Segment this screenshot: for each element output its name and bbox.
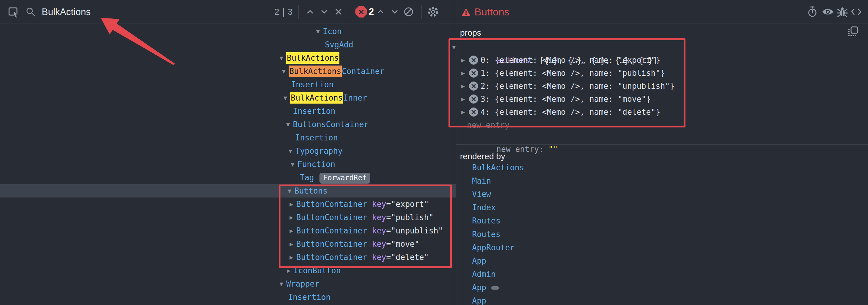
rendered-by-item-bulkactions[interactable]: BulkActions: [472, 161, 524, 174]
view-source-button[interactable]: [850, 6, 863, 19]
collapse-arrow-icon[interactable]: ▾: [452, 40, 459, 54]
search-icon: [25, 7, 36, 19]
props-new-entry[interactable]: new entry: "": [456, 129, 868, 142]
rendered-by-item-main[interactable]: Main: [472, 174, 491, 188]
collapse-arrow-icon[interactable]: ▾: [289, 144, 295, 158]
new-entry-value-field[interactable]: "": [548, 145, 558, 154]
tree-row-bulkactionsinner[interactable]: ▾BulkActionsInner: [0, 91, 456, 104]
expand-arrow-icon[interactable]: ▸: [287, 264, 293, 277]
tree-row-iconbutton[interactable]: ▸IconButton: [0, 264, 456, 277]
expand-arrow-icon[interactable]: ▸: [289, 211, 296, 224]
chevron-up-icon: [375, 7, 385, 18]
toolbar-divider: [22, 5, 22, 19]
clear-errors-button[interactable]: [402, 6, 415, 19]
tree-row-insertion[interactable]: Insertion: [0, 78, 456, 91]
props-row-actions[interactable]: ▾ actions: [{…}, {…}, {…}, {…}, {…}]: [456, 40, 868, 54]
inspected-component-title: Buttons: [474, 0, 509, 24]
props-action-item-0[interactable]: ▸×0: {element: <Memo />, name: "export"}: [456, 54, 868, 67]
tree-row-bulkactionscontainer[interactable]: ▾BulkActionsContainer: [0, 65, 456, 78]
search-match-highlight: BulkActions: [290, 92, 343, 104]
collapse-arrow-icon[interactable]: ▾: [291, 158, 298, 171]
tree-row-svgadd[interactable]: SvgAdd: [0, 38, 456, 51]
tree-row-buttonscontainer[interactable]: ▾ButtonsContainer: [0, 118, 456, 131]
collapse-arrow-icon[interactable]: ▾: [280, 277, 286, 291]
rendered-by-item-admin[interactable]: Admin: [472, 268, 496, 281]
expand-arrow-icon[interactable]: ▸: [289, 198, 296, 211]
tree-row-buttoncontainer[interactable]: ▸ButtonContainerkey="move": [0, 237, 456, 251]
next-result-button[interactable]: [318, 6, 331, 19]
log-component-button[interactable]: [836, 6, 849, 19]
delete-entry-icon[interactable]: ×: [469, 81, 478, 91]
previous-error-button[interactable]: [389, 6, 401, 19]
rendered-by-item-routes[interactable]: Routes: [472, 228, 500, 241]
collapse-arrow-icon[interactable]: ▾: [283, 91, 290, 104]
collapse-arrow-icon[interactable]: ▾: [280, 51, 286, 65]
tree-row-bulkactions[interactable]: ▾BulkActions: [0, 51, 456, 65]
component-label: Wrapper: [286, 277, 319, 291]
search-match-highlight: BulkActions: [286, 52, 339, 64]
component-label: Insertion: [295, 131, 338, 144]
settings-button[interactable]: [427, 6, 439, 19]
tree-row-buttoncontainer[interactable]: ▸ButtonContainerkey="delete": [0, 251, 456, 264]
expand-arrow-icon[interactable]: ▸: [289, 237, 296, 251]
expand-arrow-icon[interactable]: ▸: [461, 92, 468, 106]
component-name: ButtonsContainer: [293, 120, 368, 129]
delete-entry-icon[interactable]: ×: [469, 107, 478, 116]
inspect-element-button[interactable]: [7, 6, 20, 19]
props-action-item-3[interactable]: ▸×3: {element: <Memo />, name: "move"}: [456, 92, 868, 106]
tree-row-icon[interactable]: ▾Icon: [0, 25, 456, 38]
tree-row-insertion[interactable]: Insertion: [0, 291, 456, 304]
delete-entry-icon[interactable]: ×: [469, 69, 478, 78]
tree-row-tag[interactable]: TagForwardRef: [0, 171, 456, 184]
tree-row-insertion[interactable]: Insertion: [0, 131, 456, 144]
tree-row-wrapper[interactable]: ▾Wrapper: [0, 277, 456, 291]
copy-props-button[interactable]: [846, 25, 860, 39]
tree-row-buttons[interactable]: ▾Buttons: [0, 184, 456, 198]
hoc-badge: ForwardRef: [319, 173, 371, 183]
tree-row-buttoncontainer[interactable]: ▸ButtonContainerkey="publish": [0, 211, 456, 224]
tree-row-buttoncontainer[interactable]: ▸ButtonContainerkey="unpublish": [0, 224, 456, 237]
component-label: Typography: [295, 144, 343, 158]
rendered-by-item-app[interactable]: App: [472, 294, 486, 305]
rendered-by-item-view[interactable]: View: [472, 188, 491, 201]
section-divider: [456, 144, 868, 145]
rendered-by-item-index[interactable]: Index: [472, 201, 496, 214]
rendered-by-item-app[interactable]: App: [472, 281, 499, 294]
expand-arrow-icon[interactable]: ▸: [461, 105, 468, 119]
expand-arrow-icon[interactable]: ▸: [289, 251, 296, 264]
props-action-item-1[interactable]: ▸×1: {element: <Memo />, name: "publish"…: [456, 66, 868, 80]
clear-search-button[interactable]: [332, 6, 345, 19]
props-action-item-4[interactable]: ▸×4: {element: <Memo />, name: "delete"}: [456, 105, 868, 119]
tree-row-function[interactable]: ▾Function: [0, 158, 456, 171]
component-label: TagForwardRef: [300, 171, 370, 184]
delete-entry-icon[interactable]: ×: [469, 56, 478, 65]
tree-row-insertion[interactable]: Insertion: [0, 104, 456, 118]
component-name: Insertion: [293, 107, 336, 116]
collapse-arrow-icon[interactable]: ▾: [286, 118, 293, 131]
collapse-arrow-icon[interactable]: ▾: [288, 184, 294, 198]
component-label: IconButton: [293, 264, 341, 277]
expand-arrow-icon[interactable]: ▸: [461, 54, 468, 67]
expand-arrow-icon[interactable]: ▸: [461, 79, 468, 93]
component-label: BulkActions: [286, 51, 339, 65]
suspense-toggle-button[interactable]: [806, 6, 819, 19]
inspect-dom-element-button[interactable]: [822, 6, 834, 19]
collapse-arrow-icon[interactable]: ▾: [282, 65, 289, 78]
expand-arrow-icon[interactable]: ▸: [461, 66, 468, 80]
error-count: 2: [369, 0, 374, 24]
component-label: Buttons: [294, 184, 328, 198]
action-item-value: 2: {element: <Memo />, name: "unpublish"…: [480, 79, 675, 93]
rendered-by-item-app[interactable]: App: [472, 254, 486, 268]
previous-result-button[interactable]: [304, 6, 316, 19]
props-action-item-2[interactable]: ▸×2: {element: <Memo />, name: "unpublis…: [456, 79, 868, 93]
delete-entry-icon[interactable]: ×: [469, 95, 478, 104]
tree-row-typography[interactable]: ▾Typography: [0, 144, 456, 158]
expand-arrow-icon[interactable]: ▸: [289, 224, 296, 237]
collapse-arrow-icon[interactable]: ▾: [316, 25, 323, 38]
rendered-by-item-approuter[interactable]: AppRouter: [472, 241, 515, 254]
rendered-by-item-routes[interactable]: Routes: [472, 214, 500, 227]
tree-row-buttoncontainer[interactable]: ▸ButtonContainerkey="export": [0, 198, 456, 211]
search-input[interactable]: [41, 5, 236, 19]
action-item-value: 4: {element: <Memo />, name: "delete"}: [480, 105, 660, 119]
next-error-button[interactable]: [374, 6, 387, 19]
